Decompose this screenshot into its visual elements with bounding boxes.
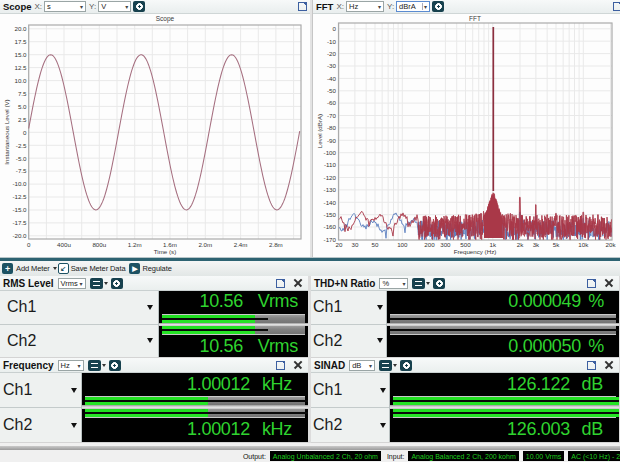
- svg-text:-20.0: -20.0: [12, 232, 27, 239]
- svg-text:10k: 10k: [578, 241, 589, 248]
- svg-text:-110: -110: [324, 161, 336, 168]
- svg-text:-20: -20: [327, 50, 337, 57]
- svg-text:300: 300: [440, 241, 451, 248]
- svg-text:20.0: 20.0: [14, 25, 27, 32]
- svg-text:30: 30: [351, 241, 358, 248]
- svg-text:1k: 1k: [490, 241, 497, 248]
- svg-text:FFT: FFT: [469, 15, 481, 22]
- svg-text:0: 0: [333, 25, 337, 32]
- svg-text:1.6m: 1.6m: [163, 241, 177, 248]
- svg-text:-5.0: -5.0: [16, 155, 27, 162]
- svg-text:2.5: 2.5: [18, 116, 27, 123]
- svg-text:100: 100: [397, 241, 408, 248]
- svg-text:-40: -40: [327, 75, 337, 82]
- svg-text:-10: -10: [327, 38, 337, 45]
- svg-text:20: 20: [336, 241, 343, 248]
- svg-text:-12.5: -12.5: [12, 193, 27, 200]
- svg-text:12.5: 12.5: [14, 64, 27, 71]
- svg-text:-50: -50: [327, 87, 337, 94]
- svg-text:-140: -140: [324, 199, 337, 206]
- svg-text:800u: 800u: [92, 241, 106, 248]
- svg-text:Time (s): Time (s): [154, 248, 176, 255]
- svg-text:500: 500: [460, 241, 471, 248]
- svg-text:3k: 3k: [533, 241, 540, 248]
- svg-text:10.0: 10.0: [14, 77, 27, 84]
- svg-text:2.4m: 2.4m: [234, 241, 248, 248]
- svg-text:0: 0: [27, 241, 31, 248]
- svg-text:7.5: 7.5: [18, 90, 27, 97]
- svg-text:-120: -120: [324, 174, 337, 181]
- svg-text:-150: -150: [324, 211, 337, 218]
- svg-text:0: 0: [23, 129, 27, 136]
- svg-text:2.8m: 2.8m: [269, 241, 283, 248]
- svg-text:-90: -90: [327, 137, 337, 144]
- svg-text:50: 50: [372, 241, 379, 248]
- svg-text:-80: -80: [327, 124, 337, 131]
- svg-text:200: 200: [424, 241, 435, 248]
- svg-text:2k: 2k: [517, 241, 524, 248]
- svg-text:-7.5: -7.5: [16, 167, 27, 174]
- svg-text:-10.0: -10.0: [12, 180, 27, 187]
- svg-text:Frequency (Hz): Frequency (Hz): [454, 248, 497, 255]
- svg-text:2.0m: 2.0m: [198, 241, 212, 248]
- svg-text:20k: 20k: [606, 241, 617, 248]
- svg-text:-60: -60: [327, 99, 337, 106]
- svg-text:15.0: 15.0: [14, 51, 27, 58]
- svg-text:17.5: 17.5: [14, 38, 27, 45]
- svg-text:-130: -130: [324, 186, 337, 193]
- svg-text:Level (dBrA): Level (dBrA): [316, 114, 323, 148]
- svg-text:-15.0: -15.0: [12, 206, 27, 213]
- svg-text:5k: 5k: [553, 241, 560, 248]
- svg-text:-70: -70: [327, 112, 337, 119]
- svg-text:1.2m: 1.2m: [128, 241, 142, 248]
- svg-text:400u: 400u: [57, 241, 71, 248]
- svg-text:-2.5: -2.5: [16, 142, 27, 149]
- svg-text:-160: -160: [324, 223, 337, 230]
- svg-text:Instantaneous Level (V): Instantaneous Level (V): [3, 99, 10, 164]
- svg-text:-30: -30: [327, 62, 337, 69]
- svg-text:-17.5: -17.5: [12, 219, 27, 226]
- svg-text:-100: -100: [324, 149, 337, 156]
- svg-text:Scope: Scope: [156, 15, 175, 23]
- svg-text:5.0: 5.0: [18, 103, 27, 110]
